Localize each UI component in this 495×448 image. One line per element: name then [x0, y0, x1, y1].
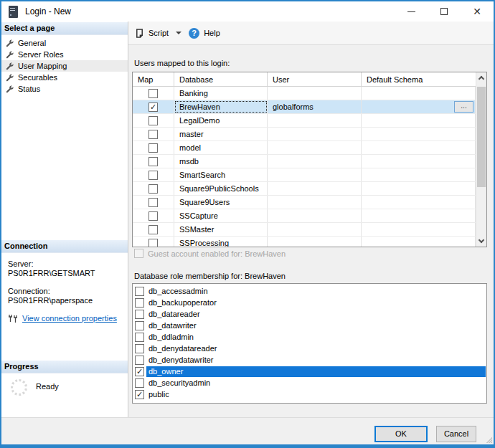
user-cell[interactable] — [268, 237, 362, 247]
maximize-button[interactable] — [428, 1, 461, 22]
database-cell[interactable]: Square9Users — [174, 196, 268, 209]
database-cell[interactable]: LegalDemo — [174, 114, 268, 127]
map-checkbox[interactable] — [148, 225, 158, 234]
user-cell[interactable] — [268, 155, 362, 168]
table-row[interactable]: ✓BrewHavenglobalforms... — [133, 100, 476, 114]
table-row[interactable]: Square9Users — [133, 196, 476, 209]
map-checkbox[interactable] — [148, 116, 158, 125]
role-checkbox[interactable] — [135, 333, 144, 342]
map-checkbox[interactable] — [148, 143, 158, 153]
database-cell[interactable]: SSMaster — [174, 223, 268, 236]
view-connection-properties-link[interactable]: View connection properties — [22, 314, 117, 323]
role-checkbox[interactable]: ✓ — [135, 367, 144, 376]
role-checkbox[interactable]: ✓ — [135, 390, 144, 399]
table-row[interactable]: msdb — [133, 155, 476, 168]
default-schema-cell[interactable] — [362, 182, 476, 195]
table-row[interactable]: SmartSearch — [133, 168, 476, 182]
map-checkbox[interactable] — [148, 211, 158, 221]
help-button[interactable]: Help — [189, 28, 220, 39]
user-cell[interactable] — [268, 223, 362, 236]
map-checkbox[interactable] — [148, 89, 158, 98]
user-cell[interactable] — [268, 114, 362, 127]
role-checkbox[interactable] — [135, 378, 144, 388]
map-checkbox[interactable] — [148, 157, 158, 166]
database-cell[interactable]: Square9PublicSchools — [174, 182, 268, 195]
user-cell[interactable] — [268, 182, 362, 195]
database-cell[interactable]: model — [174, 141, 268, 154]
database-cell[interactable]: SSProcessing — [174, 237, 268, 247]
role-checkbox[interactable] — [135, 287, 144, 296]
role-item-db_owner[interactable]: ✓db_owner — [135, 366, 486, 377]
role-item-db_denydatawriter[interactable]: db_denydatawriter — [135, 354, 486, 366]
table-row[interactable]: model — [133, 141, 476, 155]
script-dropdown-icon[interactable] — [176, 32, 182, 34]
column-header-database[interactable]: Database — [174, 72, 268, 86]
role-item-db_denydatareader[interactable]: db_denydatareader — [135, 343, 486, 354]
user-cell[interactable] — [268, 87, 362, 100]
map-checkbox[interactable] — [148, 184, 158, 194]
role-item-db_datareader[interactable]: db_datareader — [135, 308, 486, 320]
browse-default-schema-button[interactable]: ... — [454, 101, 473, 113]
role-item-db_accessadmin[interactable]: db_accessadmin — [135, 285, 486, 297]
table-row[interactable]: LegalDemo — [133, 114, 476, 128]
grid-scrollbar[interactable] — [476, 72, 486, 247]
sidebar-item-status[interactable]: Status — [1, 83, 128, 95]
role-item-public[interactable]: ✓public — [135, 389, 486, 400]
default-schema-cell[interactable] — [362, 87, 476, 100]
scroll-up-button[interactable] — [476, 72, 486, 83]
column-header-user[interactable]: User — [268, 72, 362, 86]
user-cell[interactable] — [268, 168, 362, 181]
default-schema-cell[interactable] — [362, 196, 476, 209]
database-cell[interactable]: master — [174, 128, 268, 140]
sidebar-item-user-mapping[interactable]: User Mapping — [1, 60, 128, 72]
table-row[interactable]: SSProcessing — [133, 237, 476, 247]
default-schema-cell[interactable] — [362, 128, 476, 140]
close-button[interactable]: ✕ — [461, 1, 494, 22]
default-schema-cell[interactable] — [362, 168, 476, 181]
role-checkbox[interactable] — [135, 344, 144, 353]
sidebar-item-server-roles[interactable]: Server Roles — [1, 49, 128, 60]
role-checkbox[interactable] — [135, 356, 144, 365]
database-cell[interactable]: BrewHaven — [174, 100, 268, 113]
database-cell[interactable]: Banking — [174, 87, 268, 100]
user-cell[interactable]: globalforms — [268, 100, 362, 113]
role-item-db_datawriter[interactable]: db_datawriter — [135, 320, 486, 331]
table-row[interactable]: SSMaster — [133, 223, 476, 237]
script-button[interactable]: Script — [135, 29, 182, 38]
default-schema-cell[interactable] — [362, 114, 476, 127]
default-schema-cell[interactable] — [362, 141, 476, 154]
role-item-db_securityadmin[interactable]: db_securityadmin — [135, 377, 486, 389]
user-cell[interactable] — [268, 128, 362, 140]
sidebar-item-securables[interactable]: Securables — [1, 72, 128, 83]
role-checkbox[interactable] — [135, 298, 144, 308]
role-checkbox[interactable] — [135, 310, 144, 319]
database-cell[interactable]: SmartSearch — [174, 168, 268, 181]
default-schema-cell[interactable] — [362, 209, 476, 222]
role-item-db_ddladmin[interactable]: db_ddladmin — [135, 331, 486, 343]
ok-button[interactable]: OK — [374, 426, 428, 442]
map-checkbox[interactable] — [148, 171, 158, 180]
default-schema-cell[interactable] — [362, 155, 476, 168]
table-row[interactable]: Square9PublicSchools — [133, 182, 476, 196]
database-cell[interactable]: msdb — [174, 155, 268, 168]
database-cell[interactable]: SSCapture — [174, 209, 268, 222]
map-checkbox[interactable] — [148, 130, 158, 139]
map-checkbox[interactable] — [148, 239, 158, 247]
scroll-down-button[interactable] — [476, 236, 486, 247]
role-item-db_backupoperator[interactable]: db_backupoperator — [135, 297, 486, 308]
map-checkbox[interactable]: ✓ — [148, 103, 158, 112]
default-schema-cell[interactable] — [362, 237, 476, 247]
sidebar-item-general[interactable]: General — [1, 37, 128, 49]
user-cell[interactable] — [268, 196, 362, 209]
role-checkbox[interactable] — [135, 321, 144, 330]
map-checkbox[interactable] — [148, 198, 158, 207]
scrollbar-thumb[interactable] — [477, 87, 486, 187]
cancel-button[interactable]: Cancel — [436, 426, 476, 442]
default-schema-cell[interactable] — [362, 223, 476, 236]
table-row[interactable]: Banking — [133, 87, 476, 100]
column-header-default-schema[interactable]: Default Schema — [362, 72, 476, 86]
table-row[interactable]: master — [133, 128, 476, 141]
user-cell[interactable] — [268, 141, 362, 154]
resize-grip[interactable] — [486, 437, 492, 443]
column-header-map[interactable]: Map — [133, 72, 174, 86]
